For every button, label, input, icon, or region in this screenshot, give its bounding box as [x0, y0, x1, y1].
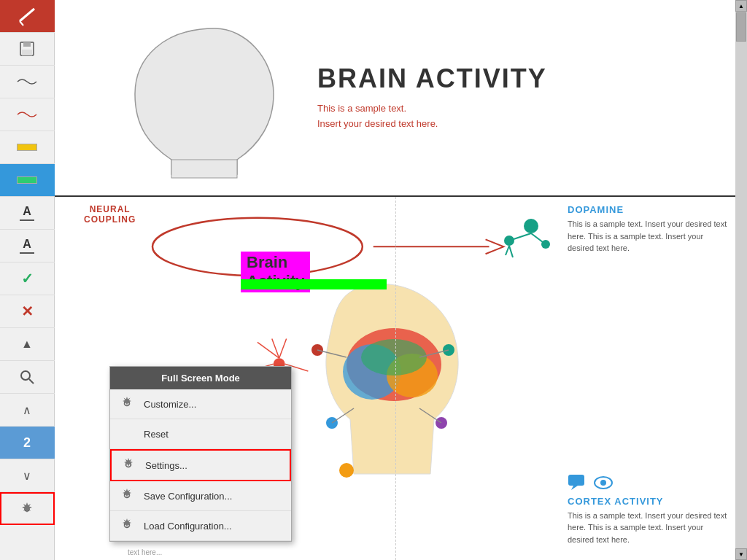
toolbar-page-num[interactable]: 2: [0, 427, 55, 459]
menu-item-customize[interactable]: Customize...: [110, 389, 291, 419]
cortex-icons: [568, 474, 728, 492]
svg-rect-9: [171, 160, 237, 178]
svg-line-39: [509, 246, 513, 257]
scroll-up-btn[interactable]: ▲: [735, 0, 747, 12]
toolbar: A A ✓ ✕ ▲ ∧ 2 ∨: [0, 0, 55, 560]
gear-icon-customize: [119, 395, 136, 413]
svg-rect-5: [22, 50, 32, 55]
scroll-down-btn[interactable]: ▼: [735, 548, 747, 560]
gear-icon-load-config: [119, 517, 136, 534]
context-menu: Full Screen Mode Customize... Reset Set: [109, 366, 292, 542]
toolbar-wave1[interactable]: [0, 66, 55, 98]
toolbar-wave2[interactable]: [0, 98, 55, 131]
head-silhouette: [84, 14, 288, 182]
neural-title-line1: NEURAL: [84, 204, 136, 214]
cortex-section: CORTEX ACTIVITY This is a sample text. I…: [568, 474, 728, 546]
dopamine-section: DOPAMINE This is a sample text. Insert y…: [568, 204, 728, 254]
menu-label-customize: Customize...: [144, 399, 196, 410]
menu-item-load-config[interactable]: Load Configuration...: [110, 511, 291, 541]
neural-section: NEURAL COUPLING: [84, 204, 136, 225]
menu-item-reset[interactable]: Reset: [110, 419, 291, 449]
brain-diagram: [259, 262, 551, 510]
menu-label-load-config: Load Configuration...: [144, 521, 232, 532]
cortex-text: This is a sample text. Insert your desir…: [568, 510, 728, 546]
toolbar-check[interactable]: ✓: [0, 262, 55, 295]
svg-line-7: [29, 379, 34, 384]
dopamine-molecule: [487, 208, 560, 269]
svg-point-42: [600, 480, 606, 486]
svg-point-26: [339, 463, 354, 478]
neural-title-line2: COUPLING: [84, 214, 136, 225]
svg-rect-40: [568, 475, 584, 486]
menu-header: Full Screen Mode: [110, 367, 291, 389]
gear-icon-settings: [120, 456, 138, 474]
gear-icon-save-config: [119, 487, 136, 505]
toolbar-chevron-up[interactable]: ∧: [0, 394, 55, 427]
scroll-track: [735, 12, 747, 548]
toolbar-settings[interactable]: [0, 492, 55, 525]
svg-line-38: [506, 246, 509, 255]
toolbar-highlight-green[interactable]: [0, 164, 55, 197]
main-content: BRAIN ACTIVITY This is a sample text. In…: [55, 0, 735, 560]
toolbar-arrow-up[interactable]: ▲: [0, 328, 55, 361]
toolbar-highlight-yellow[interactable]: [0, 131, 55, 164]
toolbar-search[interactable]: [0, 361, 55, 394]
menu-label-settings: Settings...: [145, 460, 187, 471]
spacer-reset: [119, 425, 136, 443]
svg-point-23: [361, 339, 427, 376]
slide-main-title: BRAIN ACTIVITY: [317, 63, 547, 94]
svg-line-37: [531, 233, 546, 244]
slide-subtitle: This is a sample text. Insert your desir…: [317, 101, 547, 132]
green-underline: [241, 279, 387, 289]
toolbar-logo[interactable]: [0, 0, 55, 33]
menu-item-settings[interactable]: Settings...: [110, 449, 291, 481]
bottom-text-placeholder: text here...: [128, 548, 162, 556]
slide-top-text: BRAIN ACTIVITY This is a sample text. In…: [317, 63, 547, 132]
slide-top: BRAIN ACTIVITY This is a sample text. In…: [55, 0, 735, 197]
menu-label-reset: Reset: [144, 429, 169, 440]
center-divider: [395, 197, 396, 560]
menu-label-save-config: Save Configuration...: [144, 491, 232, 502]
dopamine-text: This is a sample text. Insert your desir…: [568, 218, 728, 254]
toolbar-text-a1[interactable]: A: [0, 197, 55, 230]
brain-svg: [259, 262, 536, 496]
toolbar-chevron-down[interactable]: ∨: [0, 459, 55, 492]
cortex-title: CORTEX ACTIVITY: [568, 496, 728, 507]
dopamine-title: DOPAMINE: [568, 204, 728, 215]
toolbar-save[interactable]: [0, 33, 55, 66]
svg-point-33: [524, 219, 538, 233]
svg-point-6: [21, 371, 30, 380]
scrollbar: ▲ ▼: [735, 0, 747, 560]
scroll-thumb[interactable]: [736, 12, 746, 42]
toolbar-cross[interactable]: ✕: [0, 295, 55, 328]
menu-item-save-config[interactable]: Save Configuration...: [110, 481, 291, 511]
toolbar-text-a2[interactable]: A: [0, 230, 55, 262]
svg-rect-4: [23, 42, 31, 47]
